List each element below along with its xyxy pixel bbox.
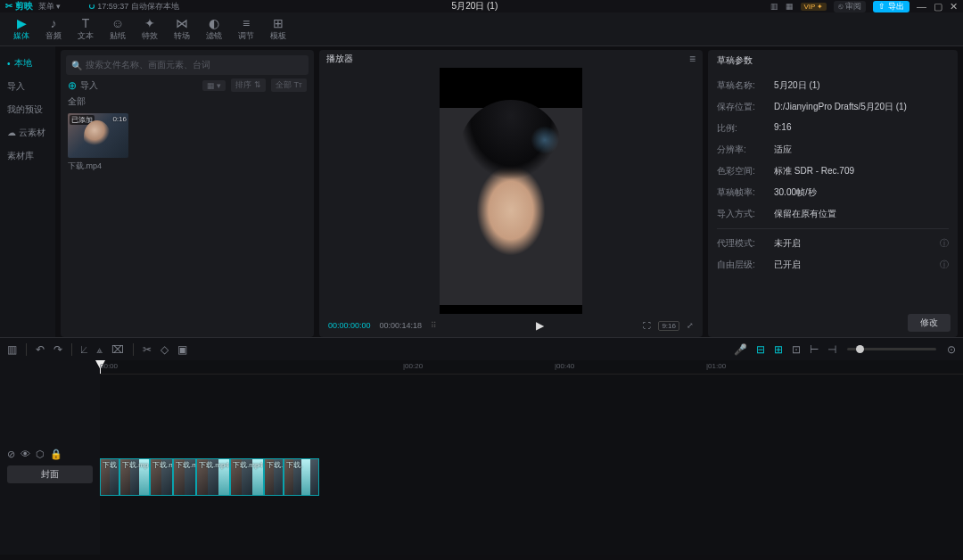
tab-调节[interactable]: ≡调节: [230, 12, 262, 45]
project-title: 5月20日 (1): [179, 0, 770, 12]
tool-icon-2[interactable]: ↶: [36, 343, 45, 356]
minimize-icon[interactable]: —: [917, 1, 926, 12]
filter-all[interactable]: 全部 Tт: [271, 78, 307, 92]
ruler-tick: |00:40: [555, 362, 574, 370]
tab-模板[interactable]: ⊞模板: [262, 12, 294, 45]
tool-right-icon-4[interactable]: ⊢: [810, 343, 819, 356]
tool-right-icon-0[interactable]: 🎤: [734, 343, 747, 356]
inspector-row: 草稿名称:5月20日 (1): [717, 75, 949, 96]
import-button[interactable]: ⊕ 导入: [68, 79, 98, 92]
tab-特效[interactable]: ✦特效: [134, 12, 166, 45]
modify-button[interactable]: 修改: [908, 314, 951, 332]
timeline: ⊘👁⬡🔒 封面 00:00|00:20|00:40|01:00 下载下载.mp下…: [0, 360, 963, 555]
track-control-icon-0[interactable]: ⊘: [7, 449, 15, 460]
timeline-clip[interactable]: 下载: [100, 458, 119, 496]
tab-媒体[interactable]: ▶媒体: [5, 12, 37, 45]
plus-icon: ⊕: [68, 79, 77, 92]
timeline-clip[interactable]: 下载.mp4: [196, 458, 230, 496]
tool-right-icon-2[interactable]: ⊞: [774, 343, 783, 356]
grid-view-toggle[interactable]: ▦ ▾: [202, 80, 226, 91]
tool-icon-7[interactable]: ⌧: [111, 343, 124, 356]
preview-menu-icon[interactable]: ≡: [689, 53, 696, 65]
media-panel: 🔍 搜索文件名称、画面元素、台词 ⊕ 导入 ▦ ▾ 排序 ⇅ 全部 Tт 全部 …: [61, 50, 314, 337]
clip-duration: 0:16: [112, 115, 127, 123]
inspector-row: 代理模式:未开启ⓘ: [717, 233, 949, 254]
close-icon[interactable]: ✕: [950, 1, 958, 12]
layout2-icon[interactable]: ▦: [786, 2, 794, 11]
layout-icon[interactable]: ▥: [770, 2, 778, 11]
inspector-row: 自由层级:已开启ⓘ: [717, 254, 949, 276]
zoom-fit-icon[interactable]: ⊙: [947, 343, 956, 356]
inspector-row: 草稿帧率:30.00帧/秒: [717, 182, 949, 203]
timeline-toolbar: ▥↶↷⟀⟁⌧✂◇▣ 🎤⊟⊞⊡⊢⊣ ⊙: [0, 337, 963, 360]
inspector-row: 色彩空间:标准 SDR - Rec.709: [717, 161, 949, 182]
tab-转场[interactable]: ⋈转场: [166, 12, 198, 45]
sidebar-item-本地[interactable]: 本地: [0, 52, 55, 75]
sidebar-item-素材库[interactable]: 素材库: [0, 144, 55, 168]
timeline-clip[interactable]: 下载.: [264, 458, 284, 496]
preview-panel: 播放器 ≡ 00:00:00:00 00:00:14:18 ⠿ ▶ ⛶ 9:16…: [319, 50, 703, 337]
vip-badge[interactable]: VIP ✦: [801, 3, 827, 11]
timeline-clip[interactable]: 下载.: [284, 458, 319, 496]
ruler-tick: |00:20: [403, 362, 423, 370]
media-clip[interactable]: 已添加 0:16 下载.mp4: [68, 113, 128, 172]
tool-icon-6[interactable]: ⟁: [96, 343, 103, 356]
clip-name: 下载.mp4: [68, 161, 128, 172]
tab-贴纸[interactable]: ☺贴纸: [102, 12, 134, 45]
tab-滤镜[interactable]: ◐滤镜: [198, 12, 230, 45]
maximize-icon[interactable]: ▢: [934, 1, 942, 12]
top-tabstrip: ▶媒体♪音频T文本☺贴纸✦特效⋈转场◐滤镜≡调节⊞模板: [0, 12, 963, 46]
tab-文本[interactable]: T文本: [70, 12, 102, 45]
media-category[interactable]: 全部: [61, 95, 314, 111]
tool-icon-11[interactable]: ▣: [177, 343, 187, 356]
inspector-row: 比例:9:16: [717, 118, 949, 139]
export-button[interactable]: ⇧ 导出: [873, 1, 910, 12]
timeline-clip[interactable]: 下载.n: [150, 458, 173, 496]
tool-right-icon-5[interactable]: ⊣: [827, 343, 836, 356]
timecode-current: 00:00:00:00: [328, 321, 371, 330]
inspector-panel: 草稿参数 草稿名称:5月20日 (1)保存位置:D:/JianyingPro D…: [708, 50, 958, 337]
play-button[interactable]: ▶: [536, 319, 544, 332]
tool-icon-10[interactable]: ◇: [160, 343, 169, 356]
autosave-indicator: 17:59:37 自动保存本地: [89, 1, 179, 12]
tab-音频[interactable]: ♪音频: [37, 12, 70, 45]
compare-icon[interactable]: ⛶: [643, 321, 651, 330]
tool-icon-9[interactable]: ✂: [143, 343, 152, 356]
inspector-row: 分辨率:适应: [717, 139, 949, 161]
track-control-icon-2[interactable]: ⬡: [36, 449, 45, 460]
sidebar-item-导入[interactable]: 导入: [0, 75, 55, 98]
timeline-clip[interactable]: 下载.mp4: [230, 458, 264, 496]
tool-icon-0[interactable]: ▥: [7, 343, 17, 356]
track-control-icon-3[interactable]: 🔒: [50, 449, 62, 460]
media-sidebar: 本地导入我的预设☁ 云素材素材库: [0, 46, 55, 337]
fullscreen-icon[interactable]: ⤢: [687, 321, 694, 330]
tc-extra-icon[interactable]: ⠿: [431, 321, 437, 330]
ruler-tick: |01:00: [706, 362, 726, 370]
sort-toggle[interactable]: 排序 ⇅: [231, 78, 266, 92]
sidebar-item-云素材[interactable]: ☁ 云素材: [0, 121, 55, 144]
ruler-tick: 00:00: [100, 362, 118, 370]
video-track[interactable]: 下载下载.mp下载.n下载.n下载.mp4下载.mp4下载.下载.: [100, 458, 963, 496]
time-ruler[interactable]: 00:00|00:20|00:40|01:00: [100, 360, 963, 375]
added-badge: 已添加: [70, 115, 95, 125]
cover-button[interactable]: 封面: [7, 465, 93, 483]
tool-right-icon-3[interactable]: ⊡: [792, 343, 801, 356]
titlebar: ✂ 剪映 菜单 ▾ 17:59:37 自动保存本地 5月20日 (1) ▥ ▦ …: [0, 0, 963, 12]
video-preview[interactable]: [440, 68, 582, 314]
review-button[interactable]: ⎋ 审阅: [834, 1, 866, 12]
app-logo: ✂ 剪映: [5, 0, 33, 12]
timeline-clip[interactable]: 下载.n: [173, 458, 196, 496]
inspector-row: 导入方式:保留在原有位置: [717, 203, 949, 225]
tool-icon-3[interactable]: ↷: [54, 343, 62, 356]
menu-dropdown[interactable]: 菜单 ▾: [38, 1, 62, 12]
zoom-slider[interactable]: [847, 348, 936, 350]
tool-right-icon-1[interactable]: ⊟: [756, 343, 765, 356]
sidebar-item-我的预设[interactable]: 我的预设: [0, 98, 55, 121]
search-input[interactable]: 🔍 搜索文件名称、画面元素、台词: [66, 55, 309, 75]
tool-icon-5[interactable]: ⟀: [81, 343, 87, 356]
timecode-duration: 00:00:14:18: [380, 321, 423, 330]
preview-title: 播放器: [326, 53, 353, 65]
aspect-ratio[interactable]: 9:16: [658, 321, 679, 331]
track-control-icon-1[interactable]: 👁: [21, 449, 30, 460]
timeline-clip[interactable]: 下载.mp: [119, 458, 150, 496]
